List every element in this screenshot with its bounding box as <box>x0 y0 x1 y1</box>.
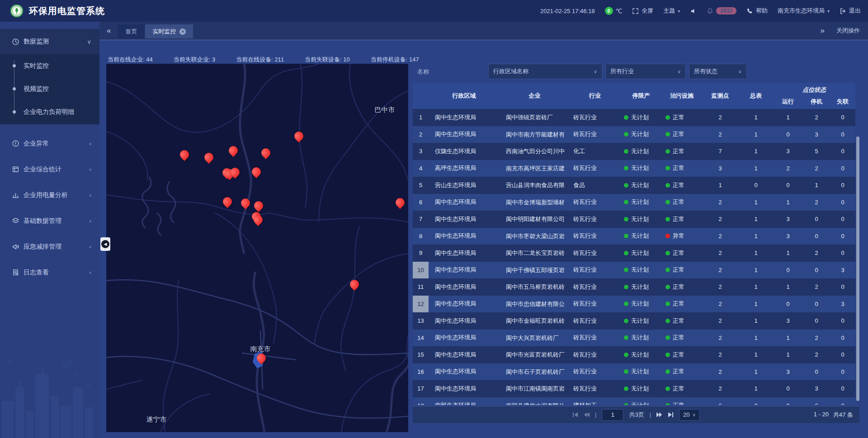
column-header-index <box>413 83 429 109</box>
table-row[interactable]: 4高坪生态环境局南充市高坪区王家店建砖瓦行业无计划正常31220 <box>413 160 855 177</box>
close-operations-button[interactable]: 关闭操作 <box>836 27 860 35</box>
status-select[interactable]: 所有状态∨ <box>689 64 747 79</box>
table-row[interactable]: 6阆中生态环境局阆中市金博瑞新型墙材砖瓦行业无计划正常21120 <box>413 194 855 211</box>
column-header[interactable]: 治污设施 <box>662 83 702 109</box>
table-row[interactable]: 16阆中生态环境局阆中市石子页岩机砖厂砖瓦行业无计划正常21300 <box>413 363 855 381</box>
row-running: 3 <box>773 363 803 381</box>
notifications-button[interactable]: 2632 <box>707 7 736 14</box>
table-row[interactable]: 1阆中生态环境局阆中强锐页岩砖厂砖瓦行业无计划正常21120 <box>413 109 855 126</box>
total-pages-label: 共3页 <box>629 411 644 419</box>
table-row[interactable]: 14阆中生态环境局阆中大兴页岩机砖厂砖瓦行业无计划正常21120 <box>413 330 855 347</box>
help-button[interactable]: 帮助 <box>746 7 768 15</box>
sidebar-subitem[interactable]: 企业电力负荷明细 <box>0 100 99 123</box>
table-row[interactable]: 7阆中生态环境局阆中明阳建材有限公司砖瓦行业无计划正常21300 <box>413 211 855 228</box>
table-row[interactable]: 17阆中生态环境局阆中市江南镇阆南页岩砖瓦行业无计划正常21030 <box>413 380 855 397</box>
row-industry: 砖瓦行业 <box>570 312 620 330</box>
table-row[interactable]: 8阆中生态环境局阆中市枣碧大梁山页岩砖瓦行业无计划异常21300 <box>413 228 855 245</box>
column-header[interactable]: 总表 <box>739 83 773 109</box>
row-total-meters: 1 <box>739 380 773 397</box>
last-page-button[interactable] <box>668 412 674 418</box>
row-running: 3 <box>773 143 803 160</box>
row-industry: 砖瓦行业 <box>570 211 620 228</box>
fullscreen-icon <box>632 8 639 14</box>
tabs-scroll-left-button[interactable]: « <box>99 26 118 35</box>
row-monitor-points: 2 <box>702 228 739 245</box>
sidebar-item-emergency-reduction[interactable]: 应急减排管理‹ <box>0 234 99 259</box>
row-total-meters: 1 <box>739 160 773 177</box>
row-running: 2 <box>773 160 803 177</box>
sidebar-item-company-statistics[interactable]: 企业综合统计‹ <box>0 156 99 182</box>
table-row[interactable]: 11阆中生态环境局阆中市五马桥页岩机砖砖瓦行业无计划正常21120 <box>413 278 855 296</box>
table-scrollbar[interactable] <box>856 94 859 416</box>
region-select[interactable]: 行政区域名称∨ <box>488 64 602 79</box>
limit-label: 无计划 <box>631 198 649 206</box>
row-running: 3 <box>773 211 803 228</box>
table-row[interactable]: 15阆中生态环境局阆中市光富页岩机砖厂砖瓦行业无计划正常21120 <box>413 346 855 363</box>
status-dot-green <box>665 369 670 374</box>
sidebar-item-base-data[interactable]: 基础数据管理‹ <box>0 208 99 234</box>
table-row[interactable]: 2阆中生态环境局阆中市南方节能建材有砖瓦行业无计划正常21030 <box>413 126 855 143</box>
sidebar-subitem[interactable]: 视频监控 <box>0 77 99 100</box>
scrollbar-thumb[interactable] <box>856 137 859 401</box>
column-header[interactable]: 行政区域 <box>429 83 500 109</box>
row-stopped: 2 <box>803 160 830 177</box>
user-dropdown[interactable]: 南充市生态环境局▾ <box>778 7 830 15</box>
row-monitor-points: 3 <box>702 160 739 177</box>
map-collapse-button[interactable]: ◀ <box>100 237 110 251</box>
app-root: 环保用电监管系统 2021-02-25 17:46:18 0 ℃ 全屏 主题▾ … <box>0 0 868 438</box>
tab-close-icon[interactable]: ✕ <box>179 28 186 35</box>
first-page-button[interactable] <box>572 412 578 418</box>
table-row[interactable]: 18南部生态环境局南部县建华水泥有限公建材加工无计划正常60060 <box>413 397 855 405</box>
table-header: 点位状态 行政区域企业行业停限产治污设施监测点总表运行停机失联 <box>413 83 855 109</box>
sidebar-item-company-abnormal[interactable]: 企业异常‹ <box>0 131 99 156</box>
row-facility-status: 正常 <box>662 380 702 397</box>
row-lost: 0 <box>830 160 855 177</box>
column-header[interactable]: 监测点 <box>702 83 739 109</box>
sidebar-subitem-label: 实时监控 <box>0 62 49 70</box>
row-company: 阆中市二龙长宝页岩砖 <box>500 245 570 262</box>
status-dot-green <box>665 183 670 188</box>
speaker-icon <box>690 8 697 14</box>
sidebar-item-log-view[interactable]: 日志查看‹ <box>0 259 99 285</box>
map-panel[interactable]: 巴中市南充市遂宁市 <box>106 64 408 432</box>
fullscreen-button[interactable]: 全屏 <box>632 7 653 15</box>
tabs-scroll-right-button[interactable]: » <box>821 26 825 35</box>
table-row[interactable]: 3仪陇生态环境局西南油气田分公司川中化工无计划正常71350 <box>413 143 855 160</box>
theme-dropdown[interactable]: 主题▾ <box>663 7 680 15</box>
table-row[interactable]: 5营山生态环境局营山县润丰肉食品有限食品无计划正常10010 <box>413 177 855 194</box>
column-header[interactable]: 行业 <box>570 83 620 109</box>
limit-label: 无计划 <box>631 215 649 223</box>
stat-item: 当前失联设备: 10 <box>305 56 350 64</box>
stat-item: 当前停机设备: 147 <box>371 56 419 64</box>
row-region: 阆中生态环境局 <box>429 126 500 143</box>
table-row[interactable]: 12阆中生态环境局阆中市忠信建材有限公砖瓦行业无计划正常21003 <box>413 296 855 313</box>
sidebar-subitem-active[interactable]: 实时监控 <box>0 54 99 77</box>
table-row[interactable]: 9阆中生态环境局阆中市二龙长宝页岩砖砖瓦行业无计划正常21120 <box>413 245 855 262</box>
row-lost: 0 <box>830 126 855 143</box>
name-search-input[interactable] <box>413 64 485 79</box>
row-running: 1 <box>773 245 803 262</box>
table-row[interactable]: 10阆中生态环境局阆中千佛镇五郎垭页岩砖瓦行业无计划正常21003 <box>413 262 855 279</box>
column-header[interactable]: 停限产 <box>620 83 662 109</box>
sidebar-item-power-analysis[interactable]: 企业用电量分析‹ <box>0 182 99 208</box>
column-header[interactable]: 企业 <box>500 83 570 109</box>
chevron-down-icon: ∨ <box>677 69 681 75</box>
logout-button[interactable]: 退出 <box>840 7 861 15</box>
tab-active[interactable]: 实时监控✕ <box>145 24 193 38</box>
limit-label: 无计划 <box>631 130 649 138</box>
limit-label: 无计划 <box>631 181 649 189</box>
mute-button[interactable] <box>690 8 697 14</box>
industry-select[interactable]: 所有行业∨ <box>605 64 686 79</box>
row-stopped: 3 <box>803 380 830 397</box>
chevron-left-icon: ◀ <box>101 240 109 248</box>
row-limit-status: 无计划 <box>620 109 662 126</box>
status-dot-green <box>665 319 670 323</box>
next-page-button[interactable] <box>656 412 662 418</box>
previous-page-button[interactable] <box>584 412 590 418</box>
table-row[interactable]: 13阆中生态环境局阆中市金福旺页岩机砖砖瓦行业无计划正常21300 <box>413 312 855 330</box>
sidebar-item-data-monitor[interactable]: 数据监测∨ <box>0 29 99 54</box>
page-size-select[interactable]: 20∨ <box>679 409 700 421</box>
page-number-input[interactable]: 1 <box>602 409 623 421</box>
tab-inactive[interactable]: 首页 <box>118 24 144 38</box>
row-monitor-points: 2 <box>702 262 739 279</box>
